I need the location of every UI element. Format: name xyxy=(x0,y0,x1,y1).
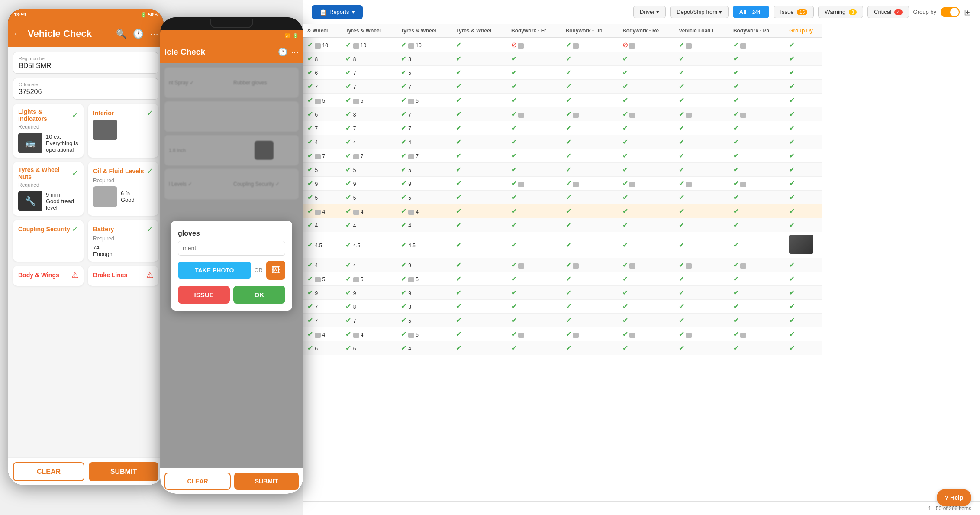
modal-photo-row: TAKE PHOTO OR 🖼 xyxy=(178,261,285,280)
body-card[interactable]: Body & Wings ⚠ xyxy=(13,266,84,286)
reg-number-field[interactable]: Reg. number BD5I SMR xyxy=(13,52,158,74)
issue-filter[interactable]: Issue 15 xyxy=(774,6,814,18)
critical-filter[interactable]: Critical 4 xyxy=(867,6,909,18)
phone1-back-button[interactable]: ← xyxy=(13,28,23,39)
check-icon: ✔ xyxy=(307,180,315,187)
check-icon: ✔ xyxy=(679,152,684,159)
check-icon: ✔ xyxy=(307,166,315,173)
oil-detail: 6 % xyxy=(121,190,135,197)
check-icon: ✔ xyxy=(401,124,408,132)
table-row: ✔ 6✔ 6✔ 4✔✔✔✔✔✔✔ xyxy=(303,341,822,355)
check-icon: ✔ xyxy=(307,303,315,310)
tyres-card[interactable]: Tyres & Wheel Nuts ✓ Required 🔧 9 mm Goo… xyxy=(13,162,84,216)
check-icon: ✔ xyxy=(679,261,684,269)
tyres-content: 🔧 9 mm Good tread level xyxy=(18,191,78,211)
warning-filter[interactable]: Warning 3 xyxy=(818,6,863,18)
check-icon: ✔ xyxy=(511,55,517,62)
check-icon: ✔ xyxy=(511,207,517,215)
history-icon[interactable]: 🕐 xyxy=(133,29,144,39)
odometer-field[interactable]: Odometer 375206 xyxy=(13,78,158,100)
interior-content xyxy=(93,120,153,140)
oil-text: Good xyxy=(121,197,135,203)
check-icon: ✔ xyxy=(622,152,628,159)
table-row: ✔ 5✔ 5✔ 5✔✔✔✔✔✔✔ xyxy=(303,272,822,286)
clear-button[interactable]: CLEAR xyxy=(13,462,84,481)
check-icon: ✔ xyxy=(511,317,517,324)
check-icon: ✔ xyxy=(345,180,353,187)
check-icon: ✔ xyxy=(456,83,461,90)
all-filter[interactable]: All 244 xyxy=(733,6,770,18)
check-icon: ✔ xyxy=(307,241,315,249)
table-row: ✔ 4✔ 4✔ 4✔✔✔✔✔✔✔ xyxy=(303,135,822,149)
battery-card[interactable]: Battery ✓ Required 74 Enough xyxy=(88,220,158,262)
check-icon: ✔ xyxy=(733,166,739,173)
take-photo-button[interactable]: TAKE PHOTO xyxy=(178,262,251,279)
check-icon: ✔ xyxy=(401,344,408,352)
check-icon: ✔ xyxy=(511,180,517,187)
check-icon: ✔ xyxy=(733,261,739,269)
phone2-nav: icle Check 🕐 ⋯ xyxy=(160,41,303,63)
ok-button[interactable]: OK xyxy=(233,286,285,304)
oil-card[interactable]: Oil & Fluid Levels ✓ Required 6 % Good xyxy=(88,162,158,216)
check-icon: ✔ xyxy=(456,110,461,118)
driver-filter[interactable]: Driver ▾ xyxy=(633,6,666,18)
check-icon: ✔ xyxy=(401,69,408,76)
check-icon: ✔ xyxy=(456,330,461,338)
issue-button[interactable]: ISSUE xyxy=(178,286,230,304)
check-icon: ✔ xyxy=(401,166,408,173)
col-header-7: Vehicle Load I... xyxy=(674,24,729,38)
phone2-battery-icon: 🔋 xyxy=(293,33,298,38)
warn-icon: ⊘ xyxy=(622,41,628,49)
table-row: ✔ 4✔ 4✔ 5✔✔✔✔✔✔✔ xyxy=(303,327,822,341)
col-header-8: Bodywork - Pa... xyxy=(729,24,785,38)
interior-card[interactable]: Interior ✓ xyxy=(88,104,158,158)
coupling-card[interactable]: Coupling Security ✓ xyxy=(13,220,84,262)
grid-view-icon[interactable]: ⊞ xyxy=(964,7,971,17)
check-icon: ✔ xyxy=(679,180,684,187)
check-icon: ✔ xyxy=(307,138,315,146)
check-icon: ✔ xyxy=(401,41,408,49)
check-icon: ✔ xyxy=(307,207,315,215)
help-button[interactable]: ? Help xyxy=(937,489,971,506)
phone2-history-icon[interactable]: 🕐 xyxy=(278,47,287,57)
phone2-more-icon[interactable]: ⋯ xyxy=(291,47,299,57)
search-icon[interactable]: 🔍 xyxy=(116,29,127,39)
check-icon: ✔ xyxy=(456,289,461,296)
reports-button[interactable]: Reports ▾ xyxy=(312,5,363,19)
lights-card[interactable]: Lights & Indicators ✓ Required 🚌 10 ex. … xyxy=(13,104,84,158)
modal-input[interactable] xyxy=(178,241,285,256)
check-icon: ✔ xyxy=(566,152,571,159)
submit-button[interactable]: SUBMIT xyxy=(89,462,158,481)
check-icon: ✔ xyxy=(566,180,571,187)
check-icon: ✔ xyxy=(733,83,739,90)
more-options-icon[interactable]: ⋯ xyxy=(150,29,158,39)
check-icon: ✔ xyxy=(622,241,628,249)
check-icon: ✔ xyxy=(733,124,739,132)
phone2-notch xyxy=(160,17,303,30)
phone2-notch-inner xyxy=(210,19,253,28)
depot-filter[interactable]: Depot/Ship from ▾ xyxy=(670,6,729,18)
check-icon: ✔ xyxy=(345,55,353,62)
check-icon: ✔ xyxy=(733,241,739,249)
check-icon: ✔ xyxy=(566,41,571,49)
check-icon: ✔ xyxy=(456,152,461,159)
check-icon: ✔ xyxy=(456,344,461,352)
phone2-submit-button[interactable]: SUBMIT xyxy=(234,473,299,490)
check-icon: ✔ xyxy=(622,261,628,269)
col-header-2: Tyres & Wheel... xyxy=(397,24,452,38)
check-icon: ✔ xyxy=(511,344,517,352)
check-icon: ✔ xyxy=(307,83,315,90)
group-by-toggle[interactable] xyxy=(941,7,960,17)
lights-content: 🚌 10 ex. Everything is operational xyxy=(18,133,78,153)
check-icon: ✔ xyxy=(511,261,517,269)
check-icon: ✔ xyxy=(566,138,571,146)
check-icon: ✔ xyxy=(733,41,739,49)
phone2-clear-button[interactable]: CLEAR xyxy=(164,473,231,490)
check-icon: ✔ xyxy=(622,97,628,104)
check-icon: ✔ xyxy=(307,330,315,338)
check-icon: ✔ xyxy=(401,110,408,118)
check-icon: ✔ xyxy=(679,303,684,310)
gallery-button[interactable]: 🖼 xyxy=(266,261,285,280)
check-icon: ✔ xyxy=(511,289,517,296)
brake-card[interactable]: Brake Lines ⚠ xyxy=(88,266,158,286)
